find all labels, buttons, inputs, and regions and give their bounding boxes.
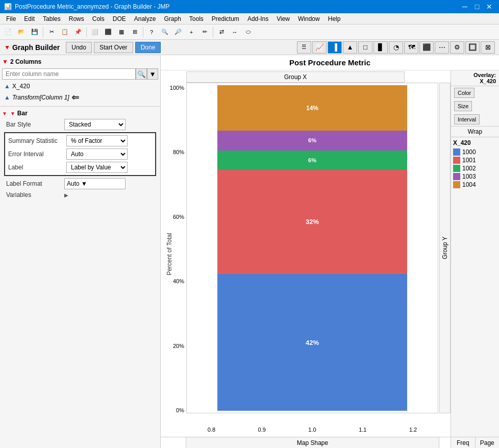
chart-heat[interactable]: ⬛ (419, 41, 434, 54)
label-select[interactable]: Label by Value (66, 162, 128, 173)
label-row: Label Label by Value (6, 161, 154, 174)
minimize-button[interactable]: ─ (459, 1, 470, 12)
separator-2 (86, 27, 87, 37)
chart-extra2[interactable]: ⊠ (481, 41, 495, 54)
bar-style-select[interactable]: Stacked (64, 119, 126, 130)
overlay-color-btn[interactable]: Color (454, 88, 475, 98)
tb13[interactable]: ↔ (229, 27, 241, 38)
column-transform[interactable]: ▲ Transform[Column 1] ⇐ (2, 91, 158, 104)
search-button[interactable]: 🔍 (136, 68, 147, 80)
graph-builder-toolbar: ▼ Graph Builder Undo Start Over Done ⠿ 📈… (0, 40, 499, 55)
legend-swatch-1000 (453, 148, 460, 156)
menu-doe[interactable]: DOE (109, 14, 130, 23)
variables-expand[interactable]: ▶ (64, 192, 68, 198)
columns-section-header[interactable]: ▼ 2 Columns (2, 57, 158, 66)
tb7[interactable]: ? (145, 27, 158, 38)
chart-more[interactable]: ⋯ (435, 41, 449, 54)
menu-file[interactable]: File (2, 14, 20, 23)
menu-rows[interactable]: Rows (65, 14, 88, 23)
maximize-button[interactable]: □ (471, 1, 483, 12)
tb4[interactable]: ⬛ (102, 27, 114, 38)
error-interval-select[interactable]: Auto (66, 148, 128, 160)
chart-area[interactable]: ▲ (343, 41, 357, 54)
percent-of-total-label: Percent of Total (166, 233, 173, 275)
undo-button[interactable]: Undo (66, 42, 92, 53)
bar-section-header[interactable]: ▼ ▼ Bar (2, 109, 158, 118)
start-over-button[interactable]: Start Over (94, 42, 133, 53)
tb8[interactable]: 🔍 (159, 27, 171, 38)
group-x-header: Group X (186, 71, 405, 83)
chart-line[interactable]: 📈 (312, 41, 327, 54)
freq-button[interactable]: Freq (451, 437, 476, 448)
close-button[interactable]: ✕ (484, 1, 495, 12)
chart-settings[interactable]: ⚙ (450, 41, 464, 54)
legend-item-1003: 1003 (453, 173, 497, 180)
gb-title: Graph Builder (12, 43, 60, 52)
chart-box[interactable]: □ (358, 41, 372, 54)
tb5[interactable]: ▦ (115, 27, 128, 38)
map-shape-label[interactable]: Map Shape (186, 437, 439, 448)
summary-stat-select[interactable]: % of Factor (66, 135, 128, 146)
col-icon-transform: ▲ (4, 94, 10, 101)
label-label: Label (8, 164, 64, 171)
chart-scatter[interactable]: ⠿ (297, 41, 311, 54)
column-x420[interactable]: ▲ X_420 (2, 82, 158, 91)
tb3[interactable]: ⬜ (89, 27, 101, 38)
copy-btn[interactable]: 📋 (59, 27, 71, 38)
column-search-input[interactable] (2, 68, 136, 80)
overlay-interval-btn[interactable]: Interval (454, 114, 480, 125)
separator-4 (213, 27, 213, 37)
group-x-label: Group X (284, 73, 307, 81)
legend-item-1000: 1000 (453, 148, 497, 156)
tb12[interactable]: ⇄ (215, 27, 228, 38)
open-btn[interactable]: 📂 (15, 27, 28, 38)
overlay-header: Overlay: X_420 (451, 70, 499, 86)
legend-label-1002: 1002 (462, 165, 476, 172)
new-btn[interactable]: 📄 (2, 27, 14, 38)
right-panel: Post Procedure Metric Group X 100% 80% 6… (161, 55, 499, 448)
tb6[interactable]: ⊞ (129, 27, 141, 38)
group-y-label: Group Y (439, 83, 451, 413)
chart-map[interactable]: 🗺 (404, 41, 418, 54)
save-btn[interactable]: 💾 (29, 27, 41, 38)
chart-bar[interactable]: ▐ (328, 41, 342, 54)
x-label-11: 1.1 (359, 427, 366, 433)
tb11[interactable]: ✏ (198, 27, 211, 38)
menu-view[interactable]: View (272, 14, 294, 23)
cut-btn[interactable]: ✂ (45, 27, 58, 38)
right-sidebar: Overlay: X_420 Color Size Interval Wrap … (451, 70, 499, 448)
menu-window[interactable]: Window (294, 14, 324, 23)
menu-analyze[interactable]: Analyze (130, 14, 160, 23)
menu-help[interactable]: Help (324, 14, 345, 23)
chart-pie[interactable]: ◔ (389, 41, 403, 54)
gb-triangle: ▼ (4, 44, 10, 51)
x-label-08: 0.8 (208, 427, 215, 433)
done-button[interactable]: Done (135, 42, 161, 53)
search-options-button[interactable]: ▼ (147, 68, 158, 80)
legend-section: X_420 1000 1001 1002 10 (451, 137, 499, 437)
menu-cols[interactable]: Cols (88, 14, 109, 23)
main-toolbar: 📄 📂 💾 ✂ 📋 📌 ⬜ ⬛ ▦ ⊞ ? 🔍 🔎 + ✏ ⇄ ↔ ⬭ (0, 24, 499, 40)
tb14[interactable]: ⬭ (242, 27, 254, 38)
wrap-area: Wrap (451, 126, 499, 137)
menu-graph[interactable]: Graph (160, 14, 185, 23)
paste-btn[interactable]: 📌 (72, 27, 84, 38)
bar-section: ▼ ▼ Bar Bar Style Stacked Summary Statis… (0, 107, 160, 202)
window-controls[interactable]: ─ □ ✕ (459, 1, 495, 12)
menu-tables[interactable]: Tables (39, 14, 65, 23)
legend-title: X_420 (453, 139, 497, 146)
chart-extra1[interactable]: 🔲 (465, 41, 480, 54)
tb9[interactable]: 🔎 (172, 27, 184, 38)
chart-hist[interactable]: ▊ (373, 41, 388, 54)
menu-edit[interactable]: Edit (20, 14, 39, 23)
label-format-button[interactable]: Auto ▼ (64, 178, 126, 189)
menu-predictum[interactable]: Predictum (208, 14, 243, 23)
overlay-size-btn[interactable]: Size (454, 101, 472, 111)
bar-style-row: Bar Style Stacked (2, 118, 158, 131)
y-label-20: 20% (173, 343, 184, 349)
page-button[interactable]: Page (476, 437, 500, 448)
legend-item-1004: 1004 (453, 181, 497, 188)
tb10[interactable]: + (185, 27, 197, 38)
menu-tools[interactable]: Tools (185, 14, 208, 23)
menu-addins[interactable]: Add-Ins (243, 14, 272, 23)
